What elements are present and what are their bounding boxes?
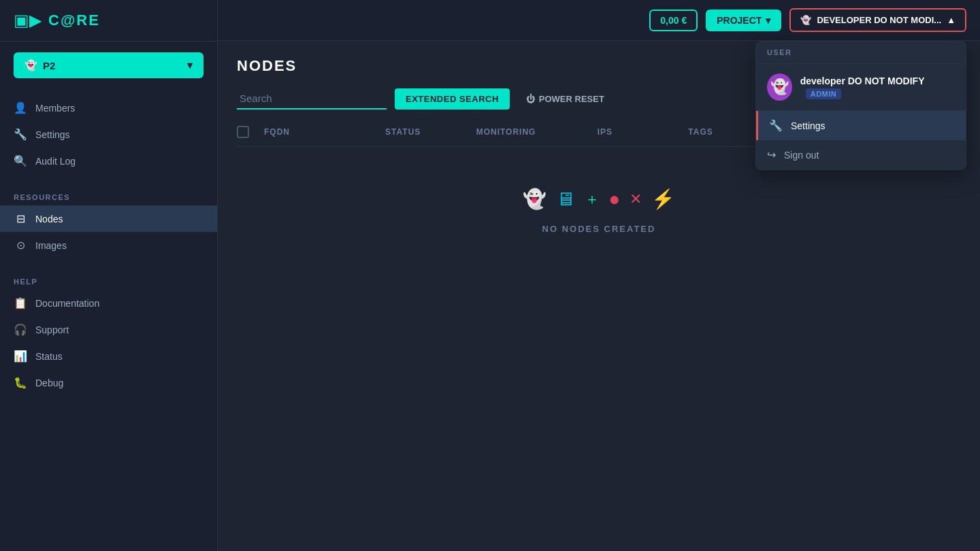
- sidebar-item-label: Images: [35, 240, 67, 251]
- empty-message: NO NODES CREATED: [542, 224, 656, 234]
- sidebar-main-section: 👤 Members 🔧 Settings 🔍 Audit Log: [0, 89, 217, 180]
- chevron-up-icon: ▲: [947, 15, 956, 25]
- circle-icon[interactable]: ●: [609, 188, 621, 210]
- monitor-icon[interactable]: 🖥: [556, 188, 575, 210]
- add-icon[interactable]: ＋: [585, 189, 600, 210]
- sidebar-item-label: Debug: [35, 378, 63, 388]
- nodes-icon: ⊟: [14, 212, 27, 225]
- logo-area: ▣▶ C@RE: [0, 0, 217, 41]
- power-reset-button[interactable]: ⏻ POWER RESET: [518, 88, 612, 110]
- documentation-icon: 📋: [14, 297, 27, 310]
- select-all-checkbox[interactable]: [237, 126, 249, 138]
- logo-text: C@RE: [48, 12, 100, 29]
- user-info: developer DO NOT MODIFY ADMIN: [800, 75, 955, 99]
- dropdown-settings-item[interactable]: 🔧 Settings: [756, 111, 966, 140]
- search-input-wrap: [237, 88, 387, 110]
- sidebar-item-status[interactable]: 📊 Status: [0, 343, 217, 369]
- sidebar-item-nodes[interactable]: ⊟ Nodes: [0, 205, 217, 232]
- empty-state-icons: 👻 🖥 ＋ ● ✕ ⚡: [523, 188, 676, 210]
- user-dropdown: USER 👻 developer DO NOT MODIFY ADMIN 🔧 S…: [755, 41, 966, 170]
- col-ips: IPS: [598, 127, 689, 137]
- project-button[interactable]: PROJECT ▾: [706, 10, 781, 31]
- sidebar-item-audit-log[interactable]: 🔍 Audit Log: [0, 148, 217, 174]
- sidebar-item-label: Settings: [35, 129, 70, 140]
- sidebar: ▣▶ C@RE 👻 P2 ▾ 👤 Members 🔧 Settings 🔍 Au…: [0, 0, 218, 551]
- user-menu-button[interactable]: 👻 DEVELOPER DO NOT MODI... ▲: [789, 8, 966, 32]
- credit-amount: 0,00 €: [660, 15, 687, 26]
- dropdown-section-label: USER: [756, 41, 966, 64]
- extended-search-button[interactable]: EXTENDED SEARCH: [395, 88, 510, 110]
- images-icon: ⊙: [14, 239, 27, 252]
- col-status: STATUS: [385, 127, 476, 137]
- user-menu-label: DEVELOPER DO NOT MODI...: [817, 15, 941, 25]
- project-selector[interactable]: 👻 P2 ▾: [14, 52, 203, 78]
- user-profile-row: 👻 developer DO NOT MODIFY ADMIN: [756, 64, 966, 111]
- settings-icon: 🔧: [14, 128, 27, 141]
- bolt-icon[interactable]: ⚡: [651, 188, 675, 210]
- sidebar-item-debug[interactable]: 🐛 Debug: [0, 369, 217, 396]
- ghost-icon[interactable]: 👻: [523, 188, 546, 210]
- signout-icon: ↪: [767, 148, 776, 161]
- project-name: P2: [43, 60, 55, 71]
- sidebar-item-label: Support: [35, 324, 69, 335]
- search-input[interactable]: [237, 88, 387, 110]
- sidebar-resources-section: RESOURCES ⊟ Nodes ⊙ Images: [0, 180, 217, 264]
- sidebar-item-label: Audit Log: [35, 156, 76, 167]
- settings-label: Settings: [791, 120, 826, 131]
- members-icon: 👤: [14, 101, 27, 114]
- sidebar-item-members[interactable]: 👤 Members: [0, 95, 217, 121]
- help-section-title: HELP: [0, 269, 217, 290]
- resources-section-title: RESOURCES: [0, 185, 217, 205]
- logo-icon: ▣▶: [14, 11, 42, 30]
- sidebar-item-support[interactable]: 🎧 Support: [0, 316, 217, 343]
- status-icon: 📊: [14, 350, 27, 363]
- admin-badge: ADMIN: [806, 88, 842, 99]
- sidebar-item-images[interactable]: ⊙ Images: [0, 232, 217, 258]
- col-fqdn: FQDN: [264, 127, 385, 137]
- audit-log-icon: 🔍: [14, 154, 27, 167]
- project-button-label: PROJECT: [717, 15, 762, 26]
- support-icon: 🎧: [14, 323, 27, 336]
- chevron-down-icon: ▾: [766, 15, 770, 26]
- debug-icon: 🐛: [14, 376, 27, 389]
- settings-wrench-icon: 🔧: [769, 119, 783, 132]
- sidebar-item-settings[interactable]: 🔧 Settings: [0, 121, 217, 148]
- sidebar-item-label: Members: [35, 103, 75, 114]
- topbar: 0,00 € PROJECT ▾ 👻 DEVELOPER DO NOT MODI…: [218, 0, 980, 41]
- sidebar-item-documentation[interactable]: 📋 Documentation: [0, 290, 217, 316]
- user-avatar: 👻: [767, 73, 792, 101]
- dropdown-signout-item[interactable]: ↪ Sign out: [756, 140, 966, 169]
- col-monitoring: MONITORING: [476, 127, 598, 137]
- sidebar-help-section: HELP 📋 Documentation 🎧 Support 📊 Status …: [0, 264, 217, 401]
- sidebar-item-label: Nodes: [35, 214, 63, 224]
- signout-label: Sign out: [784, 150, 819, 161]
- project-avatar: 👻: [24, 59, 37, 71]
- power-reset-label: POWER RESET: [539, 94, 604, 104]
- username: developer DO NOT MODIFY: [800, 76, 925, 86]
- chevron-down-icon: ▾: [187, 59, 193, 71]
- power-reset-icon: ⏻: [526, 94, 535, 104]
- credit-button[interactable]: 0,00 €: [649, 10, 698, 31]
- sidebar-item-label: Status: [35, 351, 63, 362]
- sidebar-item-label: Documentation: [35, 298, 99, 309]
- user-ghost-icon: 👻: [800, 15, 811, 25]
- close-icon[interactable]: ✕: [630, 190, 642, 208]
